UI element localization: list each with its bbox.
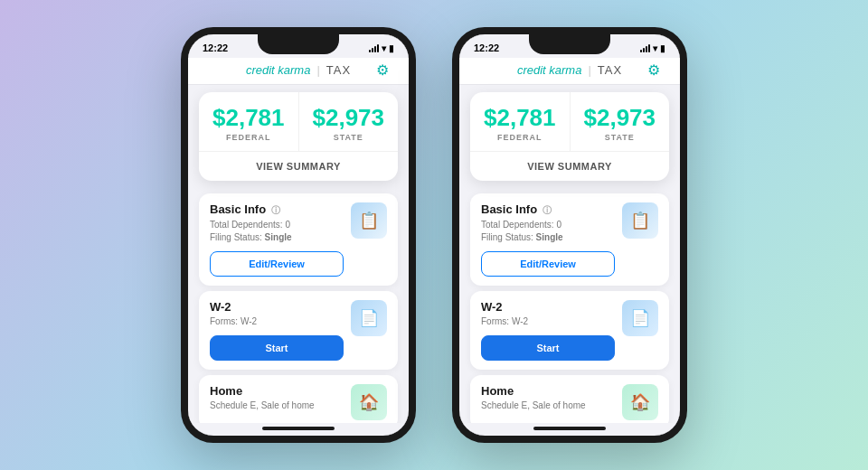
- basic-info-title-right: Basic Info ⓘ: [481, 202, 615, 217]
- home-details-right: Schedule E, Sale of home: [481, 400, 615, 412]
- home-section-left: Home Schedule E, Sale of home 🏠: [199, 375, 398, 423]
- brand-logo-left: credit karma | TAX: [246, 63, 351, 77]
- status-bar-right: 12:22 ▾ ▮: [459, 34, 680, 58]
- basic-info-details-left: Total Dependents: 0 Filing Status: Singl…: [210, 219, 344, 244]
- basic-info-section-right: Basic Info ⓘ Total Dependents: 0 Filing …: [470, 193, 669, 286]
- home-section-right: Home Schedule E, Sale of home 🏠: [470, 375, 669, 423]
- view-summary-right[interactable]: VIEW SUMMARY: [470, 152, 669, 181]
- edit-review-button-left[interactable]: Edit/Review: [210, 251, 344, 277]
- brand-logo-right: credit karma | TAX: [517, 63, 622, 77]
- basic-info-thumb-left: 📋: [351, 202, 387, 239]
- refund-amounts-right: $2,781 FEDERAL $2,973 STATE: [470, 92, 669, 152]
- w2-title-left: W-2: [210, 300, 344, 314]
- status-icons-left: ▾ ▮: [369, 43, 394, 53]
- home-content-left: Home Schedule E, Sale of home: [210, 384, 344, 412]
- home-indicator-left: [262, 427, 335, 430]
- gear-icon-right[interactable]: ⚙: [647, 61, 667, 81]
- basic-info-details-right: Total Dependents: 0 Filing Status: Singl…: [481, 219, 615, 244]
- basic-info-title-left: Basic Info ⓘ: [210, 202, 344, 217]
- state-label-right: STATE: [580, 133, 661, 142]
- federal-amount-left: $2,781 FEDERAL: [199, 92, 299, 151]
- status-bar-left: 12:22 ▾ ▮: [188, 34, 409, 58]
- state-label-left: STATE: [308, 133, 390, 142]
- status-time-right: 12:22: [474, 42, 499, 53]
- edit-review-button-right[interactable]: Edit/Review: [481, 251, 615, 277]
- home-thumb-right: 🏠: [622, 384, 658, 420]
- phone-frame-left: 12:22 ▾ ▮ credit karma | TAX: [181, 27, 416, 443]
- basic-info-section-left: Basic Info ⓘ Total Dependents: 0 Filing …: [199, 193, 398, 286]
- phone-frame-right: 12:22 ▾ ▮ credit karma | TAX: [452, 27, 687, 443]
- w2-details-left: Forms: W-2: [210, 315, 344, 328]
- home-indicator-right: [533, 427, 606, 430]
- w2-content-left: W-2 Forms: W-2 Start: [210, 300, 344, 361]
- basic-info-thumb-right: 📋: [622, 202, 658, 239]
- federal-label-right: FEDERAL: [479, 133, 561, 142]
- w2-content-right: W-2 Forms: W-2 Start: [481, 300, 615, 361]
- basic-info-content-left: Basic Info ⓘ Total Dependents: 0 Filing …: [210, 202, 344, 277]
- w2-thumb-right: 📄: [622, 300, 658, 336]
- brand-separator-right: |: [588, 63, 590, 77]
- w2-title-right: W-2: [481, 300, 615, 314]
- signal-icon-left: [369, 43, 379, 52]
- federal-label-left: FEDERAL: [208, 133, 289, 142]
- view-summary-left[interactable]: VIEW SUMMARY: [199, 152, 398, 181]
- state-value-right: $2,973: [580, 105, 661, 131]
- gear-icon-left[interactable]: ⚙: [376, 61, 396, 81]
- phone-right: 12:22 ▾ ▮ credit karma | TAX: [452, 27, 687, 443]
- brand-name-left: credit karma: [246, 63, 311, 77]
- refund-card-left: $2,781 FEDERAL $2,973 STATE VIEW SUMMARY: [199, 92, 398, 181]
- w2-details-right: Forms: W-2: [481, 315, 615, 328]
- federal-value-left: $2,781: [208, 105, 289, 131]
- brand-name-right: credit karma: [517, 63, 582, 77]
- home-title-left: Home: [210, 384, 344, 398]
- phone-content-right: Basic Info ⓘ Total Dependents: 0 Filing …: [459, 188, 680, 423]
- home-details-left: Schedule E, Sale of home: [210, 400, 344, 412]
- phone-screen-right: 12:22 ▾ ▮ credit karma | TAX: [459, 34, 680, 436]
- info-icon-right: ⓘ: [542, 205, 552, 215]
- battery-icon-left: ▮: [389, 43, 394, 53]
- battery-icon-right: ▮: [660, 43, 665, 53]
- status-time-left: 12:22: [203, 42, 228, 53]
- state-value-left: $2,973: [308, 105, 390, 131]
- info-icon-left: ⓘ: [271, 205, 280, 215]
- phone-screen-left: 12:22 ▾ ▮ credit karma | TAX: [188, 34, 409, 436]
- w2-section-left: W-2 Forms: W-2 Start 📄: [199, 291, 398, 370]
- home-thumb-left: 🏠: [351, 384, 387, 420]
- phone-bottom-left: [188, 423, 409, 436]
- brand-separator-left: |: [316, 63, 319, 77]
- wifi-icon-right: ▾: [653, 43, 657, 53]
- state-amount-left: $2,973 STATE: [299, 92, 399, 151]
- home-content-right: Home Schedule E, Sale of home: [481, 384, 615, 412]
- phone-bottom-right: [459, 423, 680, 436]
- brand-tax-left: TAX: [326, 63, 351, 77]
- brand-tax-right: TAX: [598, 63, 622, 77]
- refund-card-right: $2,781 FEDERAL $2,973 STATE VIEW SUMMARY: [470, 92, 669, 181]
- phone-content-left: Basic Info ⓘ Total Dependents: 0 Filing …: [188, 188, 409, 423]
- app-header-right: credit karma | TAX ⚙: [459, 58, 680, 85]
- state-amount-right: $2,973 STATE: [571, 92, 670, 151]
- signal-icon-right: [640, 43, 650, 52]
- app-header-left: credit karma | TAX ⚙: [188, 58, 409, 85]
- start-button-right[interactable]: Start: [481, 335, 615, 361]
- phones-container: 12:22 ▾ ▮ credit karma | TAX: [181, 27, 687, 443]
- federal-value-right: $2,781: [479, 105, 561, 131]
- status-icons-right: ▾ ▮: [640, 43, 665, 53]
- w2-section-right: W-2 Forms: W-2 Start 📄: [470, 291, 669, 370]
- home-title-right: Home: [481, 384, 615, 398]
- start-button-left[interactable]: Start: [210, 335, 344, 361]
- basic-info-content-right: Basic Info ⓘ Total Dependents: 0 Filing …: [481, 202, 615, 277]
- refund-amounts-left: $2,781 FEDERAL $2,973 STATE: [199, 92, 398, 152]
- phone-left: 12:22 ▾ ▮ credit karma | TAX: [181, 27, 416, 443]
- w2-thumb-left: 📄: [351, 300, 387, 336]
- wifi-icon-left: ▾: [382, 43, 386, 53]
- federal-amount-right: $2,781 FEDERAL: [470, 92, 571, 151]
